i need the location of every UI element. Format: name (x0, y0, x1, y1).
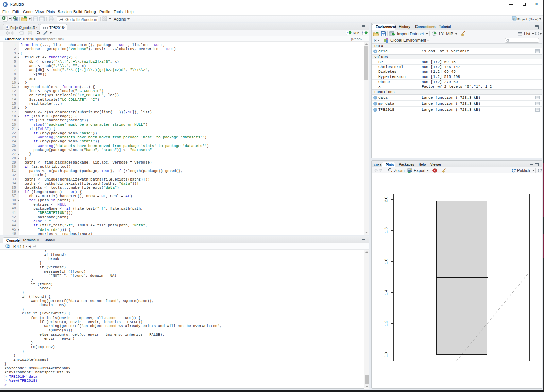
svg-text:R: R (6, 26, 7, 28)
svg-text:R: R (513, 17, 516, 20)
svg-text:R: R (6, 244, 9, 248)
